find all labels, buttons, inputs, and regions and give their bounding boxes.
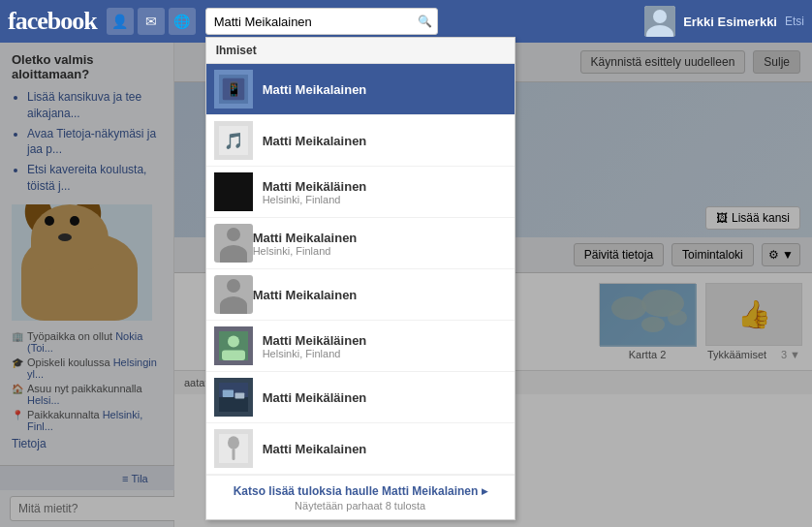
search-result-item[interactable]: 🎵 Matti Meikalainen: [206, 115, 515, 167]
result-avatar: [214, 275, 253, 314]
result-avatar: [214, 429, 253, 468]
user-avatar: [644, 6, 675, 37]
svg-rect-10: [222, 390, 233, 398]
messages-icon[interactable]: ✉: [138, 8, 165, 35]
result-info: Matti Meikalainen: [253, 288, 507, 302]
result-info: Matti Meikalainen: [263, 134, 507, 148]
svg-rect-9: [219, 397, 248, 412]
top-navigation: facebook 👤 ✉ 🌐 🔍 Ihmiset 📱 Matti Meikala…: [0, 0, 812, 43]
result-info: Matti Meikäläinen: [263, 390, 507, 405]
search-result-item[interactable]: Matti Meikäläinen: [206, 372, 515, 423]
result-name: Matti Meikalainen: [253, 288, 507, 302]
dropdown-header: Ihmiset: [206, 38, 515, 64]
search-result-item[interactable]: Matti Meikäläinen Helsinki, Finland: [206, 167, 515, 218]
result-avatar: 🎵: [214, 121, 253, 160]
result-name: Matti Meikäläinen: [263, 390, 507, 405]
search-result-item[interactable]: Matti Meikalainen: [206, 423, 515, 475]
svg-point-16: [653, 10, 667, 23]
result-info: Matti Meikäläinen Helsinki, Finland: [263, 179, 507, 205]
result-name: Matti Meikalainen: [263, 442, 507, 456]
nav-search-link[interactable]: Etsi: [785, 15, 804, 28]
svg-rect-11: [234, 393, 244, 399]
svg-text:🎵: 🎵: [223, 131, 243, 151]
dropdown-footer-subtitle: Näytetään parhaat 8 tulosta: [216, 500, 505, 512]
result-avatar: [214, 326, 253, 365]
svg-rect-7: [222, 351, 245, 361]
friends-icon[interactable]: 👤: [107, 8, 134, 35]
result-avatar: 📱: [214, 70, 253, 108]
result-location: Helsinki, Finland: [263, 348, 507, 359]
nav-icon-group: 👤 ✉ 🌐: [107, 8, 196, 35]
search-input[interactable]: [205, 8, 438, 35]
result-name: Matti Meikalainen: [263, 82, 507, 97]
result-name: Matti Meikäläinen: [263, 333, 507, 348]
search-result-item[interactable]: Matti Meikalainen: [206, 269, 515, 321]
facebook-logo: facebook: [8, 7, 97, 36]
result-name: Matti Meikalainen: [253, 231, 507, 245]
result-info: Matti Meikalainen: [263, 442, 507, 456]
search-result-item[interactable]: Matti Meikäläinen Helsinki, Finland: [206, 321, 515, 372]
result-avatar: [214, 224, 253, 263]
result-avatar: [214, 378, 253, 417]
nav-right: Erkki Esimerkki Etsi: [644, 6, 804, 37]
result-info: Matti Meikalainen: [263, 82, 507, 97]
svg-point-6: [228, 336, 239, 348]
result-location: Helsinki, Finland: [253, 245, 507, 257]
svg-point-13: [228, 436, 239, 450]
search-result-item[interactable]: Matti Meikalainen Helsinki, Finland: [206, 218, 515, 269]
result-info: Matti Meikalainen Helsinki, Finland: [253, 231, 507, 257]
result-name: Matti Meikäläinen: [263, 179, 507, 194]
dropdown-footer[interactable]: Katso lisää tuloksia haulle Matti Meikal…: [206, 475, 515, 519]
result-name: Matti Meikalainen: [263, 134, 507, 148]
result-avatar: [214, 172, 253, 211]
search-dropdown: Ihmiset 📱 Matti Meikalainen 🎵 Matti Meik…: [205, 37, 515, 520]
result-info: Matti Meikäläinen Helsinki, Finland: [263, 333, 507, 359]
svg-rect-14: [232, 449, 234, 460]
search-result-item[interactable]: 📱 Matti Meikalainen: [206, 64, 515, 115]
notifications-icon[interactable]: 🌐: [169, 8, 196, 35]
result-location: Helsinki, Finland: [263, 194, 507, 205]
see-more-results-link[interactable]: Katso lisää tuloksia haulle Matti Meikal…: [234, 484, 487, 498]
search-icon[interactable]: 🔍: [418, 15, 432, 28]
svg-text:📱: 📱: [225, 81, 241, 98]
user-name[interactable]: Erkki Esimerkki: [683, 15, 777, 29]
search-container: 🔍 Ihmiset 📱 Matti Meikalainen 🎵 Matti Me: [205, 8, 438, 35]
